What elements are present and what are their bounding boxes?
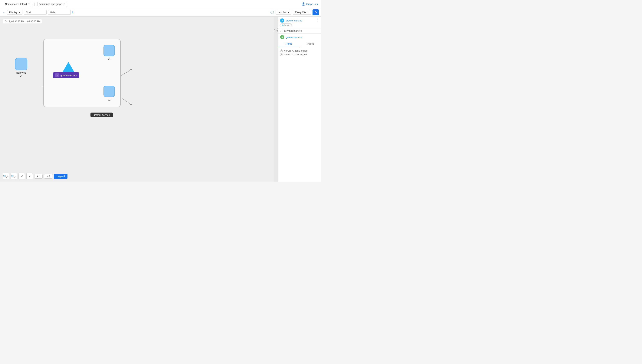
greeter-service-label-box[interactable]: ⑃ greeter-service	[53, 72, 79, 78]
graph-tooltip: greeter-service	[90, 112, 113, 117]
vs-icon-symbol: ⑃	[57, 74, 58, 76]
count1-button[interactable]: ✦ 1	[34, 174, 43, 178]
greeter-service-node-label: greeter-service	[61, 74, 77, 76]
graph-type-dropdown[interactable]: Versioned app graph ▼	[37, 2, 67, 6]
separator: |	[34, 2, 35, 6]
tab-traces-label: Traces	[307, 42, 314, 45]
v1-node[interactable]: v1	[103, 45, 115, 60]
namespace-dropdown[interactable]: Namespace: default ▼	[3, 2, 32, 6]
count2-label: 2	[49, 175, 50, 178]
panel-tabs: Traffic Traces	[278, 41, 321, 47]
graph-tour-label: Graph tour	[306, 3, 318, 6]
virtual-service-row: ⑃ Has Virtual Service	[278, 28, 321, 34]
right-panel: S greeter-service ⋮ ◎ health ⑃ Has Virtu…	[278, 16, 321, 182]
toolbar: ← Display ▼ ℹ 🕐 Last 1m ▼ Every 15s ▼ ↻	[0, 8, 321, 16]
display-label: Display	[9, 11, 17, 14]
count2-button[interactable]: ✦ 2	[44, 174, 52, 178]
no-grpc-message: ℹ No GRPC traffic logged.	[280, 50, 319, 52]
a-badge: A	[280, 35, 284, 39]
v2-node[interactable]: v2	[103, 86, 115, 101]
hide-panel-label: Hide	[276, 28, 278, 32]
layout-button[interactable]: ✦	[26, 173, 33, 179]
virtual-service-icon: ⑃	[55, 73, 59, 77]
main-layout: Oct 9, 03:34:25 PM ... 03:35:25 PM hello…	[0, 16, 321, 182]
time-range-arrow-icon: ▼	[287, 11, 289, 13]
zoom-in-icon: 🔍+	[3, 174, 9, 178]
tab-traffic-label: Traffic	[285, 42, 292, 45]
refresh-icon: ↻	[314, 11, 317, 14]
interval-arrow-icon: ▼	[307, 11, 309, 13]
interval-dropdown[interactable]: Every 15s ▼	[293, 10, 311, 15]
namespace-label: Namespace: default	[5, 3, 27, 6]
no-http-label: No HTTP traffic logged.	[284, 53, 307, 56]
hide-input[interactable]	[48, 10, 71, 15]
helloweb-label: hellowebv1	[15, 71, 27, 78]
top-bar-left: Namespace: default ▼ | Versioned app gra…	[3, 2, 67, 6]
health-tag: ◎ health	[280, 23, 292, 27]
count1-icon: ✦	[36, 175, 39, 178]
time-range-label: Last 1m	[278, 11, 286, 14]
timestamp: Oct 9, 03:34:25 PM ... 03:35:25 PM	[3, 19, 42, 24]
namespace-arrow-icon: ▼	[28, 3, 30, 5]
service-title-row: S greeter-service ⋮	[280, 18, 319, 22]
graph-tour-button[interactable]: ? Graph tour	[302, 2, 318, 6]
panel-content: ℹ No GRPC traffic logged. ℹ No HTTP traf…	[278, 47, 321, 59]
fit-button[interactable]: ⤢	[19, 173, 25, 179]
more-options-button[interactable]: ⋮	[315, 18, 319, 22]
history-icon: 🕐	[270, 10, 274, 14]
layout-icon: ✦	[29, 174, 31, 178]
find-input[interactable]	[24, 10, 47, 15]
info-icon[interactable]: ℹ	[72, 10, 73, 14]
hide-panel[interactable]: » Hide	[274, 16, 278, 182]
back-button[interactable]: ←	[2, 10, 6, 14]
http-info-icon: ℹ	[280, 53, 283, 56]
triangle-shape	[62, 62, 74, 72]
graph-type-label: Versioned app graph	[39, 3, 62, 6]
v2-label: v2	[108, 98, 111, 101]
graph-type-arrow-icon: ▼	[63, 3, 65, 5]
legend-button[interactable]: Legend	[54, 174, 67, 179]
toolbar-left: ← Display ▼ ℹ	[2, 10, 73, 15]
bottom-controls: 🔍+ 🔍− ⤢ ✦ ✦ 1 ✦ 2 Legend	[3, 173, 68, 179]
graph-canvas[interactable]: Oct 9, 03:34:25 PM ... 03:35:25 PM hello…	[0, 16, 274, 182]
back-arrow-icon: ←	[2, 10, 6, 14]
time-range-dropdown[interactable]: Last 1m ▼	[276, 10, 291, 15]
triangle-node[interactable]	[62, 62, 74, 72]
service-name[interactable]: greeter-service	[286, 19, 302, 22]
virtual-service-label: Has Virtual Service	[283, 30, 302, 32]
graph-arrows	[0, 16, 274, 182]
no-http-message: ℹ No HTTP traffic logged.	[280, 53, 319, 56]
hide-chevron-icon: »	[273, 30, 275, 31]
more-icon: ⋮	[315, 19, 319, 22]
health-icon: ◎	[282, 24, 284, 26]
vs-small-icon: ⑃	[280, 30, 281, 32]
a-service-name: greeter-service	[286, 36, 302, 38]
zoom-in-button[interactable]: 🔍+	[3, 173, 9, 179]
hide-panel-text: » Hide	[273, 28, 278, 32]
display-button[interactable]: Display ▼	[7, 10, 23, 15]
service-title-left: S greeter-service	[280, 18, 302, 22]
helloweb-node[interactable]: hellowebv1	[15, 58, 27, 78]
s-badge: S	[280, 18, 284, 22]
v2-box	[103, 86, 115, 97]
interval-label: Every 15s	[295, 11, 306, 14]
top-bar: Namespace: default ▼ | Versioned app gra…	[0, 0, 321, 8]
fit-icon: ⤢	[21, 174, 23, 178]
health-label: health	[284, 24, 290, 26]
tab-traffic[interactable]: Traffic	[278, 41, 300, 47]
toolbar-right: 🕐 Last 1m ▼ Every 15s ▼ ↻	[270, 10, 319, 15]
display-arrow-icon: ▼	[19, 11, 20, 13]
a-service-row[interactable]: A greeter-service	[278, 34, 321, 41]
graph-tour-circle-icon: ?	[302, 2, 305, 6]
right-panel-header: S greeter-service ⋮ ◎ health	[278, 16, 321, 28]
count2-icon: ✦	[46, 175, 48, 178]
refresh-button[interactable]: ↻	[313, 10, 319, 15]
zoom-out-button[interactable]: 🔍−	[11, 173, 17, 179]
tooltip-label: greeter-service	[94, 114, 110, 116]
grpc-info-icon: ℹ	[280, 50, 283, 52]
count1-label: 1	[39, 175, 41, 178]
no-grpc-label: No GRPC traffic logged.	[284, 50, 308, 52]
tab-traces[interactable]: Traces	[300, 41, 321, 47]
legend-label: Legend	[57, 175, 65, 178]
app-group: v1 v2 ⑃ greeter-service	[43, 39, 121, 107]
